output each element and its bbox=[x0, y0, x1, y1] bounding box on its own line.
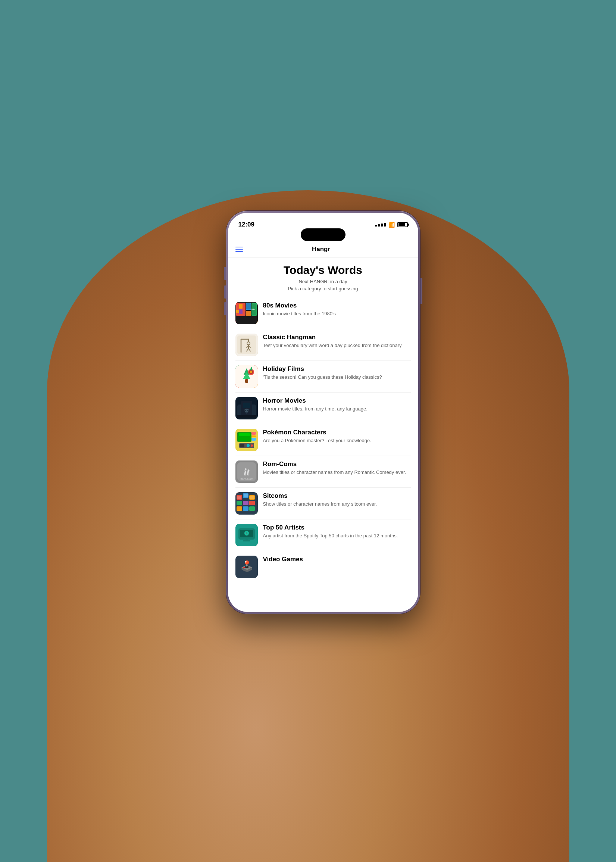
svg-rect-46 bbox=[240, 444, 244, 447]
app-title: Hangr bbox=[243, 245, 399, 253]
category-name-80s-movies: 80s Movies bbox=[263, 302, 411, 309]
svg-rect-61 bbox=[243, 507, 248, 511]
svg-text:♪: ♪ bbox=[246, 532, 247, 534]
category-text-rom-coms: Rom-Coms Movies titles or character name… bbox=[263, 461, 411, 476]
svg-point-48 bbox=[251, 444, 253, 447]
category-text-top50: Top 50 Artists Any artist from the Spoti… bbox=[263, 524, 411, 539]
category-text-horror-movies: Horror Movies Horror movie titles, from … bbox=[263, 397, 411, 412]
category-item-sitcoms[interactable]: Sitcoms Show titles or character names f… bbox=[236, 488, 411, 519]
svg-rect-42 bbox=[251, 432, 256, 435]
svg-text:it: it bbox=[244, 466, 250, 478]
category-text-sitcoms: Sitcoms Show titles or character names f… bbox=[263, 492, 411, 508]
svg-rect-41 bbox=[239, 433, 250, 436]
phone-device: 12:09 📶 Hang bbox=[226, 211, 420, 614]
svg-rect-7 bbox=[246, 311, 251, 316]
svg-rect-58 bbox=[243, 501, 248, 505]
category-list: 80s 80s Movies Iconic movie titles from … bbox=[236, 297, 411, 582]
category-text-pokemon: Pokémon Characters Are you a Pokémon mas… bbox=[263, 429, 411, 444]
menu-button[interactable] bbox=[236, 247, 243, 252]
category-thumb-80s-movies: 80s bbox=[236, 302, 258, 324]
category-desc-pokemon: Are you a Pokémon master? Test your know… bbox=[263, 437, 411, 444]
category-desc-classic-hangman: Test your vocabulary with word a day plu… bbox=[263, 342, 411, 349]
category-item-holiday-films[interactable]: Holiday Films 'Tis the season! Can you g… bbox=[236, 361, 411, 393]
category-item-80s-movies[interactable]: 80s 80s Movies Iconic movie titles from … bbox=[236, 297, 411, 329]
category-name-top50: Top 50 Artists bbox=[263, 524, 411, 532]
svg-rect-63 bbox=[237, 496, 241, 499]
pick-category-text: Pick a category to start guessing bbox=[236, 286, 411, 291]
category-thumb-video-games: 🕹️ bbox=[236, 556, 258, 578]
category-item-classic-hangman[interactable]: Classic Hangman Test your vocabulary wit… bbox=[236, 329, 411, 361]
category-desc-horror-movies: Horror movie titles, from any time, any … bbox=[263, 406, 411, 412]
battery-icon bbox=[398, 222, 408, 227]
category-desc-rom-coms: Movies titles or character names from an… bbox=[263, 469, 411, 476]
svg-rect-33 bbox=[243, 403, 250, 408]
svg-rect-25 bbox=[245, 379, 248, 383]
status-time: 12:09 bbox=[239, 221, 255, 228]
category-text-video-games: Video Games bbox=[263, 556, 411, 564]
svg-rect-57 bbox=[237, 501, 242, 505]
category-item-rom-coms[interactable]: it Rom-Com Rom-Coms Movies titles or cha… bbox=[236, 456, 411, 488]
category-thumb-sitcoms bbox=[236, 492, 258, 514]
svg-rect-29 bbox=[251, 367, 252, 369]
category-thumb-holiday-films bbox=[236, 365, 258, 388]
svg-rect-65 bbox=[250, 496, 254, 499]
svg-point-35 bbox=[245, 410, 246, 411]
svg-rect-2 bbox=[239, 304, 242, 308]
category-name-video-games: Video Games bbox=[263, 556, 411, 563]
svg-rect-44 bbox=[251, 438, 256, 441]
svg-text:Rom-Com: Rom-Com bbox=[240, 477, 253, 481]
app-content[interactable]: Today's Words Next HANGR: in a day Pick … bbox=[228, 258, 418, 612]
category-desc-80s-movies: Iconic movie titles from the 1980's bbox=[263, 310, 411, 317]
category-item-horror-movies[interactable]: Horror Movies Horror movie titles, from … bbox=[236, 393, 411, 424]
svg-rect-73 bbox=[243, 540, 250, 541]
svg-rect-62 bbox=[249, 507, 255, 511]
svg-point-47 bbox=[247, 444, 250, 447]
category-desc-holiday-films: 'Tis the season! Can you guess these Hol… bbox=[263, 374, 411, 381]
next-hangr-text: Next HANGR: in a day bbox=[236, 279, 411, 284]
category-item-top50[interactable]: ♪ Top 50 Artists Any artist from the Spo… bbox=[236, 519, 411, 551]
app-header: Hangr bbox=[228, 241, 418, 258]
category-name-sitcoms: Sitcoms bbox=[263, 492, 411, 500]
category-thumb-rom-coms: it Rom-Com bbox=[236, 461, 258, 483]
category-name-rom-coms: Rom-Coms bbox=[263, 461, 411, 468]
category-name-horror-movies: Horror Movies bbox=[263, 397, 411, 404]
category-text-80s-movies: 80s Movies Iconic movie titles from the … bbox=[263, 302, 411, 317]
svg-rect-6 bbox=[246, 304, 251, 309]
category-thumb-top50: ♪ bbox=[236, 524, 258, 546]
page-title: Today's Words bbox=[236, 264, 411, 277]
svg-rect-59 bbox=[249, 501, 255, 505]
dynamic-island bbox=[301, 228, 346, 241]
category-desc-top50: Any artist from the Spotify Top 50 chart… bbox=[263, 533, 411, 539]
svg-point-27 bbox=[250, 371, 252, 373]
category-desc-sitcoms: Show titles or character names from any … bbox=[263, 501, 411, 508]
category-name-pokemon: Pokémon Characters bbox=[263, 429, 411, 436]
signal-icon bbox=[375, 223, 386, 227]
category-text-classic-hangman: Classic Hangman Test your vocabulary wit… bbox=[263, 333, 411, 349]
category-item-pokemon[interactable]: Pokémon Characters Are you a Pokémon mas… bbox=[236, 424, 411, 456]
svg-point-36 bbox=[247, 410, 248, 411]
svg-rect-43 bbox=[251, 436, 256, 437]
category-thumb-classic-hangman bbox=[236, 333, 258, 356]
category-name-classic-hangman: Classic Hangman bbox=[263, 333, 411, 341]
svg-text:80s: 80s bbox=[251, 308, 255, 311]
category-name-holiday-films: Holiday Films bbox=[263, 365, 411, 373]
svg-rect-60 bbox=[237, 507, 242, 511]
svg-rect-4 bbox=[236, 310, 239, 313]
svg-rect-3 bbox=[239, 309, 242, 314]
category-thumb-horror-movies bbox=[236, 397, 258, 420]
category-item-video-games[interactable]: 🕹️ Video Games bbox=[236, 551, 411, 582]
category-thumb-pokemon bbox=[236, 429, 258, 451]
phone-screen: 12:09 📶 Hang bbox=[228, 213, 418, 612]
category-text-holiday-films: Holiday Films 'Tis the season! Can you g… bbox=[263, 365, 411, 381]
svg-rect-64 bbox=[244, 494, 248, 497]
status-icons: 📶 bbox=[375, 222, 408, 228]
svg-text:🕹️: 🕹️ bbox=[240, 560, 253, 573]
svg-rect-37 bbox=[237, 415, 256, 418]
wifi-icon: 📶 bbox=[388, 222, 395, 228]
